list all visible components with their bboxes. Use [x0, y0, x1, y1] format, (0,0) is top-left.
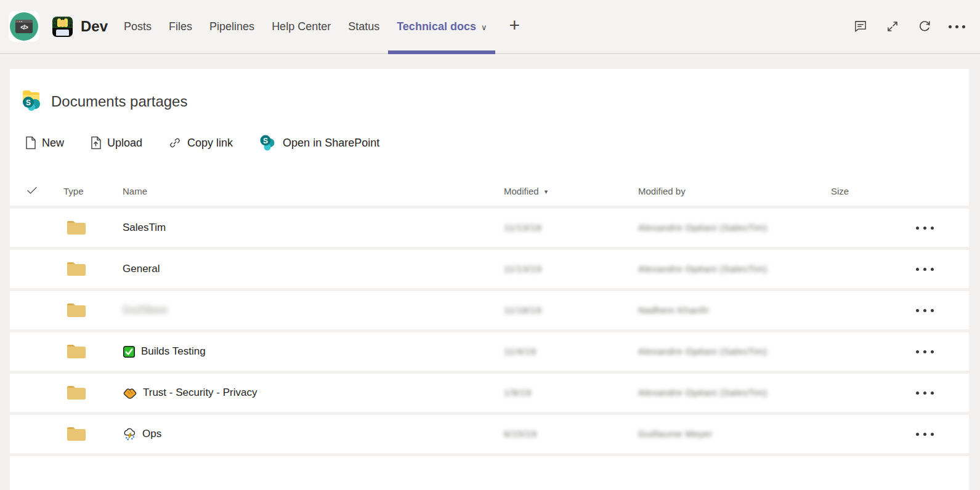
more-options-button[interactable]	[912, 220, 937, 236]
upload-button[interactable]: Upload	[90, 136, 142, 150]
check-mark-emoji	[123, 345, 136, 358]
channel-tab[interactable]: Status ∨	[339, 0, 388, 53]
modified-date: 6/15/19	[504, 428, 537, 439]
tab-label: Technical docs	[397, 20, 476, 33]
team-avatar[interactable]: </>	[9, 11, 39, 42]
modified-date: 11/13/18	[504, 222, 541, 233]
file-name[interactable]: General	[123, 263, 160, 275]
file-name[interactable]: Builds Testing	[141, 345, 206, 358]
folder-icon	[67, 385, 86, 401]
storm-cloud-emoji	[123, 428, 137, 441]
modified-date: 11/4/19	[504, 346, 536, 356]
select-all-checkmark-icon[interactable]	[26, 186, 63, 196]
modified-date: 11/13/19	[504, 263, 541, 274]
upload-icon	[90, 136, 102, 150]
table-row[interactable]: Go2Store 11/18/19 Nadhem Khanfir	[10, 288, 969, 329]
modified-by: Alexandre Opéani (SalesTim)	[638, 346, 767, 356]
modified-by: Alexandre Opéani (SalesTim)	[638, 222, 767, 233]
table-header: Type Name Modified▾ Modified by Size	[10, 176, 969, 206]
modified-date: 1/9/19	[504, 387, 532, 398]
sharepoint-folder-icon: S	[20, 90, 45, 113]
table-row[interactable]: General 11/13/19 Alexandre Opéani (Sales…	[10, 247, 969, 288]
refresh-icon[interactable]	[917, 18, 933, 34]
copy-link-button[interactable]: Copy link	[168, 136, 233, 150]
chat-icon[interactable]	[852, 18, 869, 34]
channel-tab[interactable]: Posts ∨	[115, 0, 160, 53]
folder-icon	[67, 302, 86, 318]
tab-label: Help Center	[272, 20, 331, 33]
modified-by: Alexandre Opéani (SalesTim)	[638, 263, 767, 274]
add-tab-button[interactable]: +	[509, 16, 520, 34]
table-row[interactable]: SalesTim 11/13/18 Alexandre Opéani (Sale…	[10, 206, 969, 247]
channel-tab[interactable]: Files ∨	[160, 0, 201, 53]
copy-link-label: Copy link	[187, 137, 233, 150]
new-label: New	[42, 137, 64, 150]
folder-icon	[67, 220, 86, 236]
folder-icon	[67, 343, 86, 359]
header-actions	[852, 18, 965, 34]
file-list: SalesTim 11/13/18 Alexandre Opéani (Sale…	[10, 206, 969, 456]
folder-icon	[67, 261, 86, 277]
modified-by: Alexandre Opéani (SalesTim)	[638, 387, 767, 398]
more-options-button[interactable]	[912, 303, 937, 318]
open-in-sharepoint-label: Open in SharePoint	[283, 137, 379, 150]
files-panel: S Documents partages New Upload Copy l	[10, 69, 969, 490]
more-options-button[interactable]	[912, 262, 937, 277]
dev-team-logo: </>	[10, 12, 38, 41]
tab-label: Posts	[124, 20, 152, 33]
tab-label: Files	[169, 20, 192, 33]
table-row[interactable]: Trust - Security - Privacy 1/9/19 Alexan…	[10, 371, 969, 412]
more-options-button[interactable]	[912, 344, 937, 359]
file-name[interactable]: SalesTim	[123, 222, 166, 234]
chevron-down-icon: ∨	[481, 23, 487, 32]
file-name[interactable]: Go2Store	[123, 304, 168, 316]
file-name[interactable]: Ops	[142, 428, 161, 440]
expand-icon[interactable]	[885, 18, 901, 34]
library-title: Documents partages	[51, 93, 187, 110]
more-options-button[interactable]	[912, 385, 937, 401]
column-header-modified[interactable]: Modified▾	[504, 186, 638, 196]
upload-label: Upload	[107, 137, 142, 150]
channel-tab[interactable]: Pipelines ∨	[201, 0, 263, 53]
modified-by: Guillaume Meyer	[638, 428, 713, 439]
modified-by: Nadhem Khanfir	[638, 305, 709, 315]
new-button[interactable]: New	[25, 136, 64, 150]
library-toolbar: New Upload Copy link S Open in	[25, 133, 969, 153]
column-header-size[interactable]: Size	[831, 186, 905, 196]
folder-icon	[67, 426, 86, 442]
table-row[interactable]: Ops 6/15/19 Guillaume Meyer	[10, 412, 969, 453]
more-options-button[interactable]	[912, 427, 937, 442]
code-window-icon: </>	[15, 20, 33, 33]
svg-text:S: S	[263, 137, 268, 145]
modified-date: 11/18/19	[504, 305, 541, 315]
column-header-name[interactable]: Name	[123, 186, 504, 196]
file-name[interactable]: Trust - Security - Privacy	[143, 387, 257, 399]
team-name: Dev	[81, 18, 108, 35]
sort-descending-icon: ▾	[545, 188, 548, 196]
channel-header: </> 101101001011010010110100101101001011…	[0, 0, 980, 54]
link-icon	[168, 136, 182, 150]
open-in-sharepoint-button[interactable]: S Open in SharePoint	[259, 134, 379, 152]
sharepoint-icon: S	[259, 134, 277, 152]
svg-text:S: S	[26, 98, 31, 107]
column-header-type[interactable]: Type	[63, 186, 123, 196]
tab-label: Status	[348, 20, 379, 33]
channel-tab[interactable]: Help Center ∨	[263, 0, 339, 53]
library-header: S Documents partages	[20, 89, 969, 114]
table-row[interactable]: Builds Testing 11/4/19 Alexandre Opéani …	[10, 329, 969, 371]
channel-tab[interactable]: Technical docs ∨	[388, 0, 495, 53]
woman-technologist-emoji-icon: 1011010010110100101101001011010010110100…	[52, 17, 73, 37]
new-document-icon	[25, 136, 36, 150]
tab-label: Pipelines	[209, 20, 254, 33]
column-header-modified-by[interactable]: Modified by	[638, 186, 831, 196]
handshake-emoji	[123, 387, 137, 399]
channel-tabs: Posts ∨ Files ∨ Pipelines ∨ Help Center …	[115, 0, 495, 53]
more-icon[interactable]	[949, 25, 965, 28]
